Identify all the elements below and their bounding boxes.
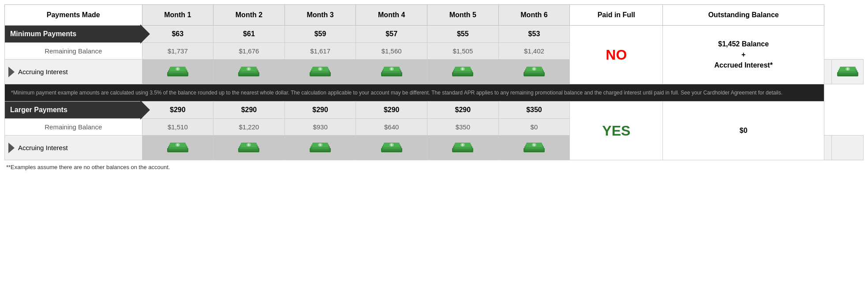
min-remaining-label: Remaining Balance xyxy=(5,43,142,60)
header-month1: Month 1 xyxy=(142,5,213,26)
min-outstanding-cell: $1,452 Balance+Accrued Interest* xyxy=(663,26,824,84)
min-month2: $61 xyxy=(213,26,285,43)
large-remaining-month5: $350 xyxy=(427,119,499,136)
large-month1: $290 xyxy=(142,102,213,119)
min-remaining-month4: $1,560 xyxy=(356,43,427,60)
min-month5: $55 xyxy=(427,26,499,43)
min-month4: $57 xyxy=(356,26,427,43)
min-accruing-month3: $ xyxy=(284,60,356,84)
header-month5: Month 5 xyxy=(427,5,499,26)
header-paid-in-full: Paid in Full xyxy=(570,5,663,26)
min-accruing-paid xyxy=(824,60,832,84)
header-payments-made: Payments Made xyxy=(5,5,142,26)
large-month2: $290 xyxy=(213,102,285,119)
large-remaining-month4: $640 xyxy=(356,119,427,136)
large-accruing-month4: $ xyxy=(356,136,427,160)
large-accruing-month1: $ xyxy=(142,136,213,160)
min-payments-label: Minimum Payments xyxy=(5,26,142,43)
min-payments-row: Minimum Payments $63 $61 $59 $57 $55 $53… xyxy=(5,26,864,43)
min-accruing-arrow xyxy=(8,67,15,77)
header-month3: Month 3 xyxy=(284,5,356,26)
money-icon: $ xyxy=(451,64,474,78)
min-accruing-label: Accruing Interest xyxy=(5,60,142,84)
min-remaining-month5: $1,505 xyxy=(427,43,499,60)
large-remaining-month1: $1,510 xyxy=(142,119,213,136)
min-remaining-month3: $1,617 xyxy=(284,43,356,60)
no-label: NO xyxy=(606,47,627,63)
yes-label: YES xyxy=(602,123,630,139)
footer-note: **Examples assume there are no other bal… xyxy=(4,160,864,174)
large-month3: $290 xyxy=(284,102,356,119)
large-payments-row: Larger Payments $290 $290 $290 $290 $290… xyxy=(5,102,864,119)
large-accruing-outstanding xyxy=(832,136,864,160)
min-month3: $59 xyxy=(284,26,356,43)
header-month6: Month 6 xyxy=(498,5,570,26)
min-month1: $63 xyxy=(142,26,213,43)
min-accruing-month2: $ xyxy=(213,60,285,84)
money-icon: $ xyxy=(309,64,332,78)
large-accruing-paid xyxy=(824,136,832,160)
min-remaining-month6: $1,402 xyxy=(498,43,570,60)
min-accruing-outstanding: $ xyxy=(832,60,864,84)
money-icon: $ xyxy=(380,64,403,78)
min-remaining-month1: $1,737 xyxy=(142,43,213,60)
large-accruing-label: Accruing Interest xyxy=(5,136,142,160)
min-month6: $53 xyxy=(498,26,570,43)
large-month6: $350 xyxy=(498,102,570,119)
money-icon: $ xyxy=(523,140,546,154)
header-month4: Month 4 xyxy=(356,5,427,26)
large-accruing-month5: $ xyxy=(427,136,499,160)
money-icon: $ xyxy=(166,64,189,78)
money-icon: $ xyxy=(523,64,546,78)
min-paid-in-full-cell: NO xyxy=(570,26,663,84)
large-paid-in-full-cell: YES xyxy=(570,102,663,160)
min-remaining-month2: $1,676 xyxy=(213,43,285,60)
large-remaining-label: Remaining Balance xyxy=(5,119,142,136)
header-outstanding-balance: Outstanding Balance xyxy=(663,5,824,26)
large-payments-label: Larger Payments xyxy=(5,102,142,119)
min-outstanding-text: $1,452 Balance+Accrued Interest* xyxy=(714,40,773,69)
money-icon: $ xyxy=(836,64,859,78)
large-remaining-month3: $930 xyxy=(284,119,356,136)
money-icon: $ xyxy=(237,140,260,154)
min-accruing-month1: $ xyxy=(142,60,213,84)
disclaimer-row: *Minimum payment example amounts are cal… xyxy=(5,84,864,102)
money-icon: $ xyxy=(309,140,332,154)
money-icon: $ xyxy=(380,140,403,154)
large-accruing-arrow xyxy=(8,143,15,153)
large-month4: $290 xyxy=(356,102,427,119)
min-accruing-month5: $ xyxy=(427,60,499,84)
money-icon: $ xyxy=(166,140,189,154)
money-icon: $ xyxy=(451,140,474,154)
min-accruing-month6: $ xyxy=(498,60,570,84)
large-outstanding-cell: $0 xyxy=(663,102,824,160)
disclaimer-text: *Minimum payment example amounts are cal… xyxy=(5,84,824,102)
large-month5: $290 xyxy=(427,102,499,119)
money-icon: $ xyxy=(237,64,260,78)
large-remaining-month2: $1,220 xyxy=(213,119,285,136)
large-remaining-month6: $0 xyxy=(498,119,570,136)
large-accruing-month2: $ xyxy=(213,136,285,160)
large-accruing-month3: $ xyxy=(284,136,356,160)
comparison-table: Payments Made Month 1 Month 2 Month 3 Mo… xyxy=(4,4,864,160)
header-month2: Month 2 xyxy=(213,5,285,26)
min-accruing-month4: $ xyxy=(356,60,427,84)
large-accruing-month6: $ xyxy=(498,136,570,160)
